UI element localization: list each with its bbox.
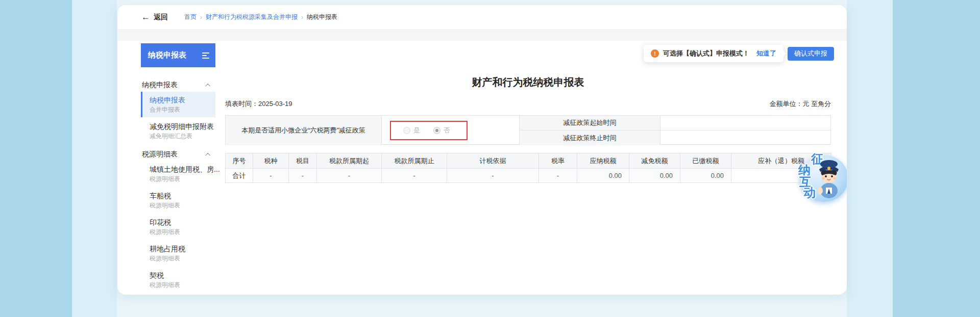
total-tax-paid: 0.00: [680, 169, 731, 183]
mode-notice-tooltip: ! 可选择【确认式】申报模式！ 知道了: [644, 45, 783, 62]
total-period-end: -: [382, 169, 447, 183]
total-period-start: -: [317, 169, 382, 183]
main-card: ← 返回 首页 › 财产和行为税税源采集及合并申报 › 纳税申报表 纳税申报表 …: [117, 5, 847, 295]
sidebar-header[interactable]: 纳税申报表: [141, 43, 215, 67]
menu-fold-icon[interactable]: [202, 52, 209, 59]
sidebar-item-deed-tax[interactable]: 契税 税源明细表: [141, 267, 215, 293]
col-tax-paid: 已缴税额: [680, 153, 731, 169]
total-tax-basis: -: [447, 169, 539, 183]
policy-radio-yes[interactable]: 是: [403, 126, 420, 135]
table-header-row: 序号 税种 税目 税款所属期起 税款所属期止 计税依据 税率 应纳税额 减免税额…: [226, 153, 831, 169]
top-bar: ← 返回 首页 › 财产和行为税税源采集及合并申报 › 纳税申报表: [117, 5, 847, 30]
sidebar-header-title: 纳税申报表: [148, 50, 186, 60]
notice-dismiss-link[interactable]: 知道了: [756, 49, 776, 58]
sidebar-item-reduction-detail[interactable]: 减免税明细申报附表 减免明细汇总表: [141, 118, 215, 144]
col-seq: 序号: [226, 153, 253, 169]
fill-time-label: 填表时间：: [225, 100, 258, 108]
col-period-end: 税款所属期止: [382, 153, 447, 169]
highlight-red-box: 是 否: [390, 121, 468, 140]
sidebar-item-farmland-occupation[interactable]: 耕地占用税 税源明细表: [141, 241, 215, 266]
policy-radio-cell: 是 否: [382, 116, 520, 145]
col-tax-rate: 税率: [539, 153, 577, 169]
notice-area: ! 可选择【确认式】申报模式！ 知道了 确认式申报: [644, 45, 834, 62]
total-tax-reduced: 0.00: [629, 169, 680, 183]
reduction-start-value[interactable]: [660, 116, 831, 130]
sidebar-item-declaration-form[interactable]: 纳税申报表 合并申报表: [141, 92, 215, 117]
tax-officer-icon: [814, 158, 844, 200]
sidebar-item-land-appreciation[interactable]: 土地增值税 税源明细表: [141, 294, 215, 295]
table-total-row: 合计 - - - - - - 0.00 0.00 0.00: [226, 169, 831, 183]
notice-message: 可选择【确认式】申报模式！: [663, 49, 749, 58]
total-tax-type: -: [253, 169, 289, 183]
col-tax-type: 税种: [253, 153, 289, 169]
chevron-up-icon: [205, 83, 210, 88]
chevron-up-icon: [205, 152, 210, 157]
total-tax-rate: -: [539, 169, 577, 183]
policy-radio-no[interactable]: 否: [433, 126, 450, 135]
col-tax-reduced: 减免税额: [629, 153, 680, 169]
sidebar-item-vehicle-vessel[interactable]: 车船税 税源明细表: [141, 188, 215, 213]
breadcrumb-home[interactable]: 首页: [184, 13, 197, 21]
tooltip-arrow: [780, 50, 786, 56]
fill-time: 填表时间：2025-03-19: [225, 99, 292, 109]
breadcrumb-separator: ›: [200, 14, 202, 21]
sidebar-item-stamp-tax[interactable]: 印花税 税源明细表: [141, 214, 215, 240]
warning-icon: !: [651, 49, 659, 58]
confirm-mode-button[interactable]: 确认式申报: [788, 47, 834, 61]
breadcrumb-separator: ›: [301, 14, 303, 21]
amount-unit: 金额单位：元 至角分: [769, 99, 831, 109]
total-tax-item: -: [289, 169, 317, 183]
back-button[interactable]: ← 返回: [141, 13, 168, 22]
policy-question-label: 本期是否适用小微企业“六税两费”减征政策: [226, 116, 382, 145]
tax-summary-table: 序号 税种 税目 税款所属期起 税款所属期止 计税依据 税率 应纳税额 减免税额…: [225, 153, 831, 183]
col-tax-item: 税目: [289, 153, 317, 169]
meta-row: 填表时间：2025-03-19 金额单位：元 至角分: [225, 99, 831, 109]
back-arrow-icon: ←: [141, 13, 150, 21]
breadcrumb-collection[interactable]: 财产和行为税税源采集及合并申报: [206, 13, 298, 21]
col-tax-payable: 应纳税额: [577, 153, 629, 169]
policy-form-box: 本期是否适用小微企业“六税两费”减征政策 是 否 减征政策起始时间 减征政策终止…: [225, 115, 831, 145]
col-tax-basis: 计税依据: [447, 153, 539, 169]
sidebar: 纳税申报表 纳税申报表 纳税申报表 合并申报表 减免税明细申报附表 减免明细汇总…: [141, 43, 215, 295]
fill-time-value: 2025-03-19: [258, 100, 292, 108]
reduction-end-label: 减征政策终止时间: [520, 130, 660, 145]
topbar-divider-band: [117, 30, 847, 41]
back-label: 返回: [154, 13, 168, 22]
reduction-start-label: 减征政策起始时间: [520, 116, 660, 130]
interaction-mascot-button[interactable]: 征 纳 互 动: [796, 151, 847, 205]
breadcrumb-current: 纳税申报表: [307, 13, 337, 21]
sidebar-section-tax-source[interactable]: 税源明细表: [141, 149, 215, 160]
reduction-end-value[interactable]: [660, 130, 831, 145]
sidebar-section-declaration[interactable]: 纳税申报表: [141, 80, 215, 91]
col-period-start: 税款所属期起: [317, 153, 382, 169]
radio-selected-icon: [433, 127, 440, 134]
radio-unselected-icon: [403, 127, 410, 134]
total-tax-payable: 0.00: [577, 169, 629, 183]
page-title: 财产和行为税纳税申报表: [225, 75, 831, 89]
breadcrumb: 首页 › 财产和行为税税源采集及合并申报 › 纳税申报表: [184, 13, 337, 21]
total-label-cell: 合计: [226, 169, 253, 183]
sidebar-item-urban-land[interactable]: 城镇土地使用税、房... 税源明细表: [141, 161, 215, 187]
